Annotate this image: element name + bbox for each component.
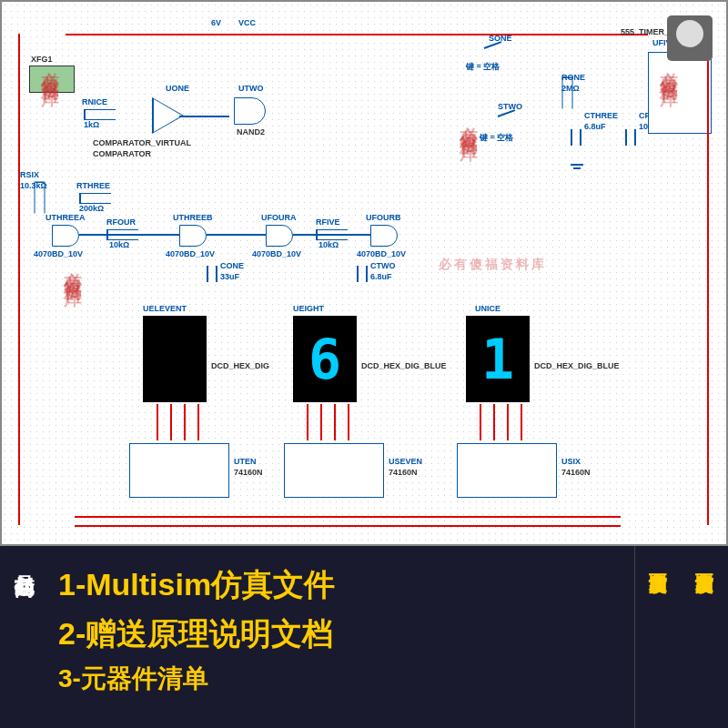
item-3: 3-元器件清单 [58,659,625,700]
display-ueight: 6 [293,316,357,402]
vcc-voltage: 6V [211,18,221,27]
stwo-ref: STWO [498,102,522,111]
digit-2: 6 [308,328,341,391]
uelevent-ref: UELEVENT [143,304,187,313]
usix-type: 74160N [561,468,591,477]
wire [184,404,186,440]
cone-ref: CONE [220,261,244,270]
useven-type: 74160N [389,468,418,477]
rone-val: 2MΩ [561,84,580,93]
stwo-key: 键 = 空格 [480,132,513,144]
cap-cfour [625,129,636,146]
uten-ref: UTEN [234,457,257,466]
nand-type: NAND2 [237,127,265,136]
xor-ufourb [370,225,398,247]
banner-left-label: 商品包括 [0,546,49,728]
nand-ref: UTWO [238,84,264,93]
rfour-val: 10kΩ [109,240,129,249]
uelevent-type: DCD_HEX_DIG [211,361,269,370]
rthree-ref: RTHREE [76,181,110,190]
display-uelevent [143,316,207,402]
wire [293,234,370,236]
ufoura-ref: UFOURA [261,213,297,222]
ground-icon [571,164,583,173]
rone-ref: RONE [561,73,585,82]
vcc-rail [66,34,648,35]
uthreea-ref: UTHREEA [46,213,86,222]
wire [480,404,481,440]
unice-ref: UNICE [475,304,500,313]
cthree-ref: CTHREE [584,111,618,120]
switch-sone[interactable] [484,47,507,61]
watermark: 必有傻福资料库 [38,56,63,76]
rfive-ref: RFIVE [316,217,340,227]
wire [507,404,509,440]
rnice-val: 1kΩ [84,120,99,129]
cthree-val: 6.8uF [584,122,606,131]
ufoura-type: 4070BD_10V [252,249,301,258]
rfour-ref: RFOUR [106,217,136,227]
vcc-label: VCC [238,18,256,27]
sone-key: 键 = 空格 [466,61,500,73]
xor-ufoura [266,225,293,247]
comparator-type: COMPARATOR_VIRTUAL [93,138,191,147]
xor-uthreeb [179,225,207,247]
cone-val: 33uF [220,272,239,281]
cap-cone [207,266,217,282]
rfive-val: 10kΩ [318,240,339,249]
ueight-ref: UEIGHT [293,304,324,313]
wire [179,116,229,117]
ctwo-val: 6.8uF [370,272,392,281]
resistor-rnice [84,109,116,118]
usix-ref: USIX [561,457,581,466]
uthreeb-type: 4070BD_10V [166,249,215,258]
counter-usix [457,443,557,498]
ufourb-type: 4070BD_10V [357,249,406,258]
sone-ref: SONE [489,34,512,43]
wire [707,34,709,525]
wire [307,404,308,440]
ueight-type: DCD_HEX_DIG_BLUE [361,361,447,370]
rnice-ref: RNICE [82,97,107,106]
item-1: 1-Multisim仿真文件 [58,560,625,609]
avatar-icon [667,15,713,61]
display-unice: 1 [466,316,530,402]
ctwo-ref: CTWO [370,261,396,270]
wire [320,404,322,440]
counter-uten [129,443,229,498]
wire [334,404,336,440]
unice-type: DCD_HEX_DIG_BLUE [534,361,620,370]
watermark: 必有傻福资料库 [457,111,481,130]
nand-gate [234,97,266,125]
wire [18,34,20,525]
wire [207,234,266,236]
switch-stwo[interactable] [498,116,521,129]
wire [157,404,158,440]
wire [79,234,179,236]
resistor-rsix [36,182,46,214]
wire [75,516,621,518]
product-banner: 商品包括 1-Multisim仿真文件 2-赠送原理说明文档 3-元器件清单 百… [0,546,728,728]
digit-3: 1 [481,328,514,391]
watermark: 必有傻福资料库 [61,257,86,276]
schematic-canvas[interactable]: 6V VCC XFG1 RNICE 1kΩ UONE COMPARATOR_VI… [0,0,728,546]
rthree-val: 200kΩ [79,204,104,213]
ufourb-ref: UFOURB [366,213,401,222]
xor-uthreea [52,225,79,247]
cap-ctwo [357,266,368,282]
comparator-ref: UONE [166,84,189,93]
comparator-note: COMPARATOR [93,149,151,158]
product-items: 1-Multisim仿真文件 2-赠送原理说明文档 3-元器件清单 [49,546,634,728]
wire [75,525,621,527]
banner-right-2: 百度网盘自动发货 [682,546,728,728]
resistor-rthree [79,193,111,202]
rsix-ref: RSIX [20,170,39,179]
uten-type: 74160N [234,468,263,477]
wire [170,404,172,440]
cap-cthree [571,129,581,146]
useven-ref: USEVEN [389,457,422,466]
wire [521,404,522,440]
wire [197,404,199,440]
item-2: 2-赠送原理说明文档 [58,609,625,658]
uthreeb-ref: UTHREEB [173,213,213,222]
